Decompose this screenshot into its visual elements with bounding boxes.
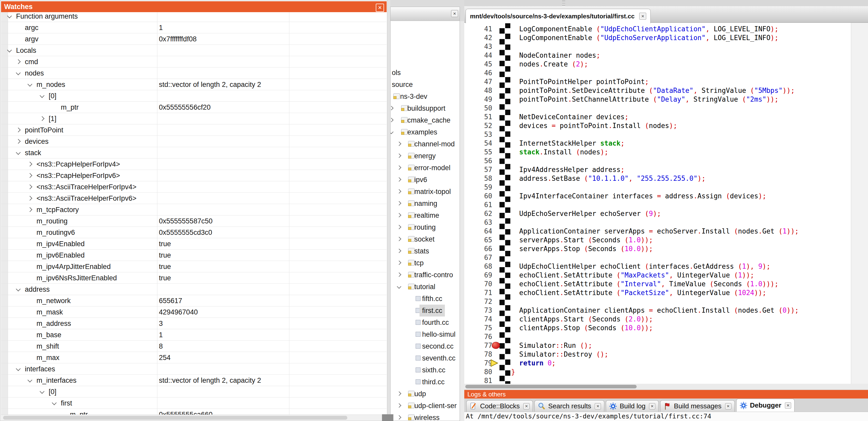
- tree-item-ns-3-dev[interactable]: ns-3-dev: [391, 91, 460, 102]
- chevron-right-icon[interactable]: [27, 196, 32, 200]
- watch-row[interactable]: m_routingv60x5555555cd3c0: [1, 227, 386, 238]
- logs-tab-debugger[interactable]: Debugger✕: [736, 399, 795, 412]
- line-number[interactable]: 55: [471, 148, 492, 157]
- watch-row[interactable]: Locals: [1, 45, 386, 56]
- line-number[interactable]: 45: [471, 60, 492, 68]
- tree-item-udp-client-ser[interactable]: udp-client-ser: [391, 400, 460, 412]
- chevron-right-icon[interactable]: [397, 225, 401, 229]
- chevron-right-icon[interactable]: [397, 391, 401, 396]
- tree-item-first-cc[interactable]: first.cc: [391, 304, 460, 317]
- chevron-right-icon[interactable]: [397, 261, 401, 265]
- line-number[interactable]: 66: [471, 245, 492, 253]
- watches-close-icon[interactable]: ✕: [376, 4, 384, 12]
- line-number[interactable]: 51: [471, 112, 492, 121]
- watch-row[interactable]: m_max254: [1, 352, 386, 363]
- line-number[interactable]: 73: [471, 306, 492, 315]
- tree-item-tcp[interactable]: tcp: [391, 257, 460, 269]
- tree-item-sixth-cc[interactable]: sixth.cc: [391, 364, 460, 376]
- breakpoint-icon[interactable]: [492, 342, 500, 349]
- line-number[interactable]: 64: [471, 227, 492, 235]
- tree-item-stats[interactable]: stats: [391, 245, 460, 257]
- watch-row[interactable]: [0]: [1, 90, 386, 102]
- watches-column-divider[interactable]: [157, 12, 157, 415]
- line-number[interactable]: 76: [471, 332, 492, 341]
- line-number[interactable]: 79: [471, 359, 492, 367]
- chevron-right-icon[interactable]: [397, 177, 401, 182]
- tree-item-third-cc[interactable]: third.cc: [391, 376, 460, 388]
- watch-row[interactable]: m_tcpFactory: [1, 204, 386, 216]
- chevron-down-icon[interactable]: [16, 366, 21, 371]
- watch-row[interactable]: <ns3::PcapHelperForIpv6>: [1, 170, 386, 181]
- watch-row[interactable]: m_shift8: [1, 341, 386, 352]
- watch-row[interactable]: <ns3::AsciiTraceHelperForIpv4>: [1, 181, 386, 193]
- line-number[interactable]: 47: [471, 77, 492, 86]
- editor-horizontal-scrollbar[interactable]: [464, 384, 868, 389]
- chevron-right-icon[interactable]: [397, 249, 401, 253]
- file-tree-close-icon[interactable]: ✕: [451, 10, 458, 17]
- line-number[interactable]: 50: [471, 104, 492, 112]
- tree-item-second-cc[interactable]: second.cc: [391, 340, 460, 352]
- chevron-down-icon[interactable]: [16, 150, 21, 155]
- tab-close-icon[interactable]: ✕: [725, 403, 731, 409]
- editor-tab-first-cc[interactable]: mnt/dev/tools/source/ns-3-dev/examples/t…: [466, 9, 651, 23]
- logs-tab-build-log[interactable]: Build log✕: [606, 400, 659, 412]
- tree-item-socket[interactable]: socket: [391, 233, 460, 245]
- line-number[interactable]: 49: [471, 95, 492, 104]
- watch-row[interactable]: interfaces: [1, 363, 386, 375]
- chevron-right-icon[interactable]: [397, 213, 401, 218]
- line-number[interactable]: 57: [471, 165, 492, 174]
- line-number[interactable]: 68: [471, 262, 492, 271]
- tree-item-matrix-topol[interactable]: matrix-topol: [391, 186, 460, 198]
- line-number[interactable]: 63: [471, 218, 492, 227]
- logs-tab-build-messages[interactable]: Build messages✕: [660, 400, 735, 412]
- chevron-down-icon[interactable]: [40, 93, 44, 98]
- line-number[interactable]: 62: [471, 209, 492, 218]
- panel-divider[interactable]: [388, 0, 390, 421]
- tree-item-hello-simul[interactable]: hello-simul: [391, 328, 460, 340]
- chevron-right-icon[interactable]: [397, 403, 401, 408]
- editor-vertical-scrollbar[interactable]: [851, 23, 868, 384]
- line-number[interactable]: 78: [471, 350, 492, 359]
- tree-item-routing[interactable]: routing: [391, 221, 460, 233]
- line-number[interactable]: 53: [471, 130, 492, 139]
- line-number[interactable]: 43: [471, 42, 492, 51]
- watch-row[interactable]: m_ipv4Enabledtrue: [1, 238, 386, 250]
- line-number[interactable]: 65: [471, 235, 492, 245]
- line-number[interactable]: 69: [471, 271, 492, 280]
- logs-tab-code-blocks[interactable]: Code::Blocks✕: [466, 400, 533, 412]
- line-number[interactable]: 60: [471, 192, 492, 200]
- line-number[interactable]: 75: [471, 324, 492, 332]
- file-tree-scrollbar[interactable]: [460, 21, 464, 421]
- tree-item-naming[interactable]: naming: [391, 198, 460, 209]
- chevron-right-icon[interactable]: [27, 173, 32, 177]
- chevron-right-icon[interactable]: [391, 106, 393, 110]
- line-number[interactable]: 61: [471, 200, 492, 209]
- chevron-down-icon[interactable]: [397, 285, 401, 289]
- watch-row[interactable]: m_network655617: [1, 295, 386, 306]
- line-number[interactable]: 67: [471, 253, 492, 262]
- line-number[interactable]: 77: [471, 341, 492, 350]
- chevron-down-icon[interactable]: [52, 400, 56, 405]
- watch-row[interactable]: m_routing0x555555587c50: [1, 216, 386, 227]
- line-number[interactable]: 52: [471, 121, 492, 130]
- tree-item-traffic-contro[interactable]: traffic-contro: [391, 269, 460, 281]
- chevron-right-icon[interactable]: [16, 139, 21, 143]
- line-number[interactable]: 54: [471, 139, 492, 148]
- chevron-right-icon[interactable]: [397, 201, 401, 205]
- chevron-down-icon[interactable]: [7, 13, 12, 18]
- chevron-down-icon[interactable]: [27, 378, 32, 382]
- chevron-right-icon[interactable]: [16, 59, 21, 64]
- code-area[interactable]: 41 LogComponentEnable ("UdpEchoClientApp…: [464, 23, 851, 384]
- tree-item-examples[interactable]: examples: [391, 126, 460, 138]
- chevron-down-icon[interactable]: [27, 82, 32, 86]
- logs-tab-search-results[interactable]: Search results✕: [534, 400, 604, 412]
- watches-scrollbar-corner[interactable]: [382, 414, 393, 421]
- chevron-right-icon[interactable]: [27, 184, 32, 189]
- chevron-right-icon[interactable]: [27, 162, 32, 166]
- line-number[interactable]: 74: [471, 315, 492, 324]
- chevron-right-icon[interactable]: [397, 142, 401, 146]
- tree-item-error-model[interactable]: error-model: [391, 162, 460, 174]
- watch-row[interactable]: address: [1, 284, 386, 295]
- chevron-right-icon[interactable]: [397, 165, 401, 170]
- line-number[interactable]: 81: [471, 376, 492, 384]
